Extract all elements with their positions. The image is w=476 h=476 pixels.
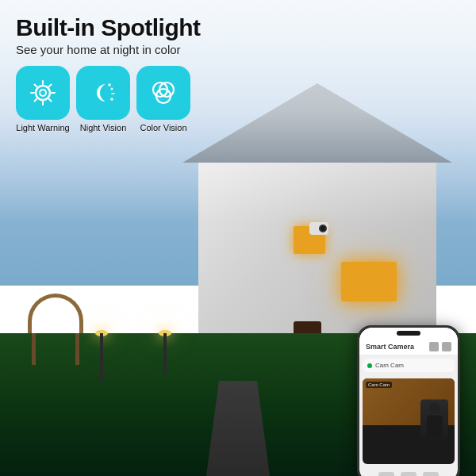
phone-icon-2 [442,342,451,351]
night-vision-icon-bg [76,66,130,120]
feature-night-vision: Night Vision [76,66,130,132]
light-warning-icon [28,78,58,108]
security-camera [309,222,333,238]
feed-person-silhouette [420,400,448,443]
color-vision-label: Color Vision [140,123,186,132]
svg-line-6 [35,85,37,87]
page-title: Built-in Spotlight [16,14,460,40]
arbor [24,294,87,365]
content-overlay: Built-in Spotlight See your home at nigh… [0,0,476,132]
phone-ctrl-2 [401,472,416,476]
night-vision-label: Night Vision [80,123,127,132]
arbor-post-left [32,333,36,365]
camera-lens [319,225,327,232]
svg-line-8 [49,85,52,87]
night-vision-icon [88,78,118,108]
svg-point-15 [111,88,113,90]
phone-screen: Smart Camera Cam Cam Cam Cam [359,328,458,476]
feature-light-warning: Light Warning [16,66,70,132]
svg-line-7 [49,99,52,102]
main-container: Built-in Spotlight See your home at nigh… [0,0,476,476]
arbor-arch [28,294,83,333]
light-warning-label: Light Warning [16,123,69,132]
phone-notch [397,331,420,336]
color-vision-icon-bg [136,66,190,120]
phone-app-icons [429,342,451,351]
phone-app-header: Smart Camera [359,339,458,355]
phone-mockup: Smart Camera Cam Cam Cam Cam [357,325,460,476]
svg-line-9 [35,99,37,102]
feed-label: Cam Cam [366,382,392,388]
phone-status-bar [359,328,458,339]
phone-ctrl-3 [423,472,439,476]
phone-controls-bar [359,467,458,476]
phone-app-title: Smart Camera [366,343,414,351]
lamp-pole-2 [163,333,167,373]
feature-color-vision: Color Vision [136,66,190,132]
phone-device-name: Cam Cam [375,362,404,369]
phone-ctrl-1 [378,472,394,476]
color-vision-icon [148,78,178,108]
arbor-post-right [75,333,79,365]
page-subtitle: See your home at night in color [16,43,460,56]
camera-body [309,222,328,235]
light-warning-icon-bg [16,66,70,120]
lamp-post-2 [159,330,171,373]
device-online-indicator [367,363,372,368]
features-row: Light Warning [16,66,460,132]
svg-point-0 [36,86,50,100]
lamp-pole-1 [100,333,103,381]
phone-icon-1 [429,342,439,351]
window-main [341,262,397,301]
lamp-post-1 [95,330,108,381]
phone-device-item: Cam Cam [363,359,455,372]
svg-point-1 [40,90,46,96]
phone-camera-feed: Cam Cam [363,378,455,464]
